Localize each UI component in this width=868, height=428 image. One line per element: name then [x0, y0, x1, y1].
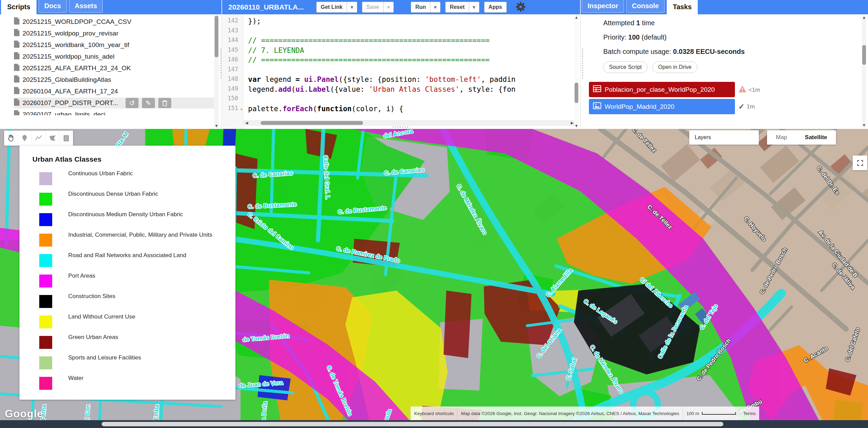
line-number: 143: [228, 27, 238, 34]
tab-tasks[interactable]: Tasks: [667, 0, 698, 14]
map-data-credit: Map data ©2026 Google, Inst. Geogr. Naci…: [457, 407, 683, 420]
tab-docs[interactable]: Docs: [39, 0, 67, 13]
fold-caret-icon[interactable]: ▾: [241, 107, 242, 111]
keyboard-shortcuts-link[interactable]: Keyboard shortcuts: [410, 407, 457, 420]
legend-item: Discontinuous Dense Urban Fabric: [32, 189, 235, 209]
horizontal-scrollbar[interactable]: [102, 422, 723, 426]
panel-resize-handle[interactable]: [220, 48, 222, 78]
polygon-icon[interactable]: [46, 131, 60, 146]
settings-gear-icon[interactable]: [513, 1, 526, 13]
legend-label: Discontinuous Dense Urban Fabric: [68, 191, 158, 197]
file-row[interactable]: 20251225_ALFA_EARTH_23_24_OK: [14, 63, 218, 74]
legend-label: Sports and Leisure Facilities: [68, 354, 141, 361]
file-icon: [14, 110, 20, 117]
scroll-up-icon[interactable]: ▲: [574, 15, 579, 20]
task-attempted: Attempted 1 time: [603, 19, 655, 27]
legend-items: Continuous Urban FabricDiscontinuous Den…: [32, 168, 235, 393]
file-row[interactable]: 20251215_worldbank_100m_year_tif: [14, 40, 218, 50]
browser-bottom-bar: [0, 420, 868, 428]
task-action-buttons: Source ScriptOpen in Drive: [603, 61, 702, 73]
file-row[interactable]: 20251215_worldpop_tunis_adel: [14, 51, 218, 62]
tab-assets[interactable]: Assets: [69, 0, 103, 13]
tasks-scrollbar[interactable]: ▲ ▼: [862, 15, 866, 128]
file-name: 20260104_ALFA_EARTH_17_24: [23, 88, 118, 95]
code-line: });: [248, 17, 261, 25]
file-row[interactable]: 20260104_ALFA_EARTH_17_24: [14, 86, 218, 97]
image-icon: [593, 102, 601, 111]
task-name: WorldPop_Madrid_2020: [605, 103, 675, 110]
file-name: 20251225_GlobalBuildingAtlas: [23, 76, 111, 84]
legend-panel: Urban Atlas Classes Continuous Urban Fab…: [19, 146, 235, 400]
get-link-dropdown[interactable]: ▼: [347, 2, 357, 13]
file-list-scrollbar[interactable]: ▼: [214, 15, 219, 128]
code-area[interactable]: 142143144145146147148149150151▾ ◀ ▶ ▲ ▼ …: [222, 14, 580, 129]
reset-dropdown[interactable]: ▼: [469, 2, 479, 13]
earth-engine-code-editor: ScriptsDocsAssets 20251215_WORLDPOP_CCAA…: [0, 0, 868, 428]
code-horizontal-scrollbar[interactable]: ◀ ▶: [244, 120, 575, 126]
map-type-map[interactable]: Map: [767, 130, 796, 145]
tasks-scrollbar-thumb[interactable]: [862, 45, 866, 65]
line-number: 148: [228, 75, 238, 82]
terms-link[interactable]: Terms: [739, 407, 759, 420]
map-viewport[interactable]: C. de CanariasC. de CanariasCalle del Gr…: [0, 129, 868, 420]
legend-label: Land Without Current Use: [68, 313, 135, 320]
task-row[interactable]: Poblacion_por_clase_WorldPop_2020: [589, 82, 735, 97]
check-icon: ✓: [738, 102, 744, 111]
source-script-button[interactable]: Source Script: [603, 61, 648, 73]
run-dropdown[interactable]: ▼: [430, 2, 440, 13]
scroll-down-icon[interactable]: ▼: [862, 123, 866, 128]
file-icon: [14, 17, 20, 26]
get-link-button[interactable]: Get Link: [316, 2, 347, 13]
tab-inspector[interactable]: Inspector: [582, 0, 624, 13]
save-button[interactable]: Save: [362, 2, 383, 13]
line-number: 151: [228, 105, 238, 112]
legend-item: Water: [32, 373, 235, 393]
scroll-down-icon[interactable]: ▼: [574, 123, 579, 128]
scroll-down-icon[interactable]: ▼: [214, 123, 219, 128]
fullscreen-icon[interactable]: [853, 156, 867, 170]
history-icon[interactable]: ↺: [126, 98, 139, 108]
scroll-right-icon[interactable]: ▶: [570, 121, 575, 125]
legend-item: Continuous Urban Fabric: [32, 168, 235, 189]
editor-toolbar: 20260110_URBATLA... Get Link ▼ Save ▼ Ru…: [222, 0, 580, 14]
open-in-drive-button[interactable]: Open in Drive: [652, 61, 697, 73]
code-hscroll-thumb[interactable]: [261, 121, 363, 125]
legend-item: Land Without Current Use: [32, 311, 235, 332]
code-vertical-scrollbar[interactable]: ▲ ▼: [574, 14, 579, 129]
file-row[interactable]: 20251215_woldpop_prov_revisar: [14, 28, 218, 39]
legend-swatch: [39, 336, 52, 349]
map-type-satellite[interactable]: Satellite: [796, 130, 836, 145]
edit-icon[interactable]: ✎: [142, 98, 155, 108]
file-list-scrollbar-thumb[interactable]: [215, 16, 218, 57]
save-dropdown[interactable]: ▼: [383, 2, 394, 13]
task-row[interactable]: WorldPop_Madrid_2020: [589, 99, 735, 114]
point-marker-icon[interactable]: [18, 131, 32, 146]
line-number: 150: [228, 95, 238, 102]
scroll-left-icon[interactable]: ◀: [244, 121, 249, 125]
apps-button[interactable]: Apps: [484, 2, 507, 13]
tab-console[interactable]: Console: [626, 0, 665, 13]
legend-swatch: [39, 356, 52, 369]
tab-scripts[interactable]: Scripts: [1, 0, 37, 14]
panel-resize-handle[interactable]: [581, 48, 584, 78]
legend-title: Urban Atlas Classes: [32, 155, 235, 163]
line-number: 149: [228, 85, 238, 92]
reset-button[interactable]: Reset: [445, 2, 469, 13]
file-row[interactable]: 20260107_POP_DISTR_PORT...↺✎: [14, 98, 218, 108]
file-row[interactable]: 20251225_GlobalBuildingAtlas: [14, 74, 218, 85]
file-row[interactable]: 20260107_urban_limits_deci: [14, 109, 218, 117]
polyline-icon[interactable]: [32, 131, 46, 146]
layers-control[interactable]: Layers: [689, 130, 759, 145]
run-button[interactable]: Run: [411, 2, 430, 13]
pan-hand-icon[interactable]: [4, 131, 18, 146]
file-name: 20251215_woldpop_prov_revisar: [23, 30, 118, 37]
code-vscroll-thumb[interactable]: [575, 83, 578, 103]
legend-item: Port Areas: [32, 270, 235, 291]
right-tab-bar: InspectorConsoleTasks: [581, 0, 868, 14]
delete-icon[interactable]: [158, 98, 171, 108]
scroll-up-icon[interactable]: ▲: [862, 15, 866, 20]
rectangle-icon[interactable]: [59, 131, 73, 146]
file-row[interactable]: 20251215_WORLDPOP_CCAA_CSV: [14, 16, 218, 27]
file-actions: ↺✎: [126, 98, 171, 108]
map-resize-handle[interactable]: [392, 126, 410, 129]
